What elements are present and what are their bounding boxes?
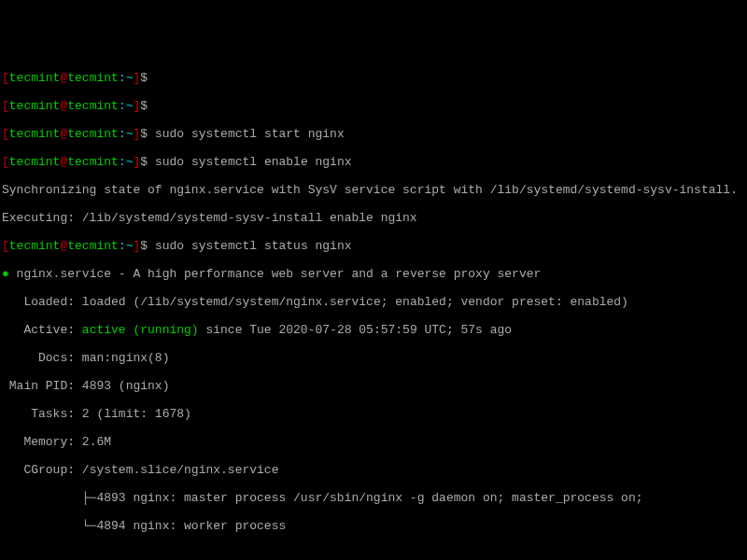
exec-output: Executing: /lib/systemd/systemd-sysv-ins… [2, 211, 745, 225]
status-tree-1: ├─4893 nginx: master process /usr/sbin/n… [2, 491, 745, 505]
prompt-line-1: [tecmint@tecmint:~]$ [2, 71, 745, 85]
prompt-line-3: [tecmint@tecmint:~]$ sudo systemctl star… [2, 127, 745, 141]
status-docs: Docs: man:nginx(8) [2, 351, 745, 365]
status-tree-2: └─4894 nginx: worker process [2, 519, 745, 533]
command-status: sudo systemctl status nginx [155, 239, 352, 253]
blank-line [2, 547, 745, 560]
status-memory: Memory: 2.6M [2, 435, 745, 449]
command-start: sudo systemctl start nginx [155, 127, 345, 141]
prompt-line-4: [tecmint@tecmint:~]$ sudo systemctl enab… [2, 155, 745, 169]
status-title: ● nginx.service - A high performance web… [2, 267, 745, 281]
sync-output: Synchronizing state of nginx.service wit… [2, 183, 745, 197]
status-bullet-icon: ● [2, 267, 9, 281]
status-loaded: Loaded: loaded (/lib/systemd/system/ngin… [2, 295, 745, 309]
status-active: Active: active (running) since Tue 2020-… [2, 323, 745, 337]
terminal[interactable]: [tecmint@tecmint:~]$ [tecmint@tecmint:~]… [2, 57, 745, 560]
status-cgroup: CGroup: /system.slice/nginx.service [2, 463, 745, 477]
status-pid: Main PID: 4893 (nginx) [2, 379, 745, 393]
status-tasks: Tasks: 2 (limit: 1678) [2, 407, 745, 421]
command-enable: sudo systemctl enable nginx [155, 155, 352, 169]
prompt-line-2: [tecmint@tecmint:~]$ [2, 99, 745, 113]
prompt-line-5: [tecmint@tecmint:~]$ sudo systemctl stat… [2, 239, 745, 253]
